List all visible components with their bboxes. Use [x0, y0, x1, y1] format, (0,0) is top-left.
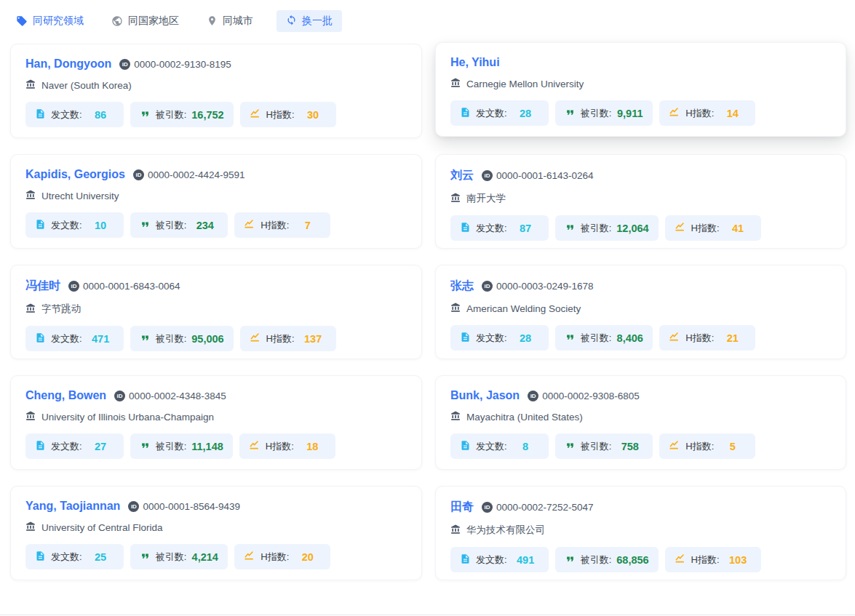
affiliation-name: Carnegie Mellon University: [466, 79, 584, 89]
hindex-value: 5: [719, 441, 746, 452]
affiliation-name: Mayachitra (United States): [466, 412, 583, 423]
affiliation-row: Naver (South Korea): [25, 79, 407, 92]
institution-icon: [450, 193, 461, 205]
researcher-card[interactable]: 冯佳时 iD 0000-0001-6843-0064 字节跳动 发文数: 471: [10, 265, 422, 359]
affiliation-name: Naver (South Korea): [41, 80, 132, 91]
researcher-card[interactable]: Yang, Taojiannan iD 0000-0001-8564-9439 …: [10, 486, 422, 580]
orcid-icon: iD: [482, 502, 493, 513]
hindex-label: H指数:: [691, 222, 720, 235]
hindex-chip: H指数: 14: [659, 100, 755, 126]
orcid-icon: iD: [133, 169, 144, 180]
citations-value: 95,006: [191, 333, 223, 345]
hindex-value: 18: [299, 441, 326, 452]
filter-same-country[interactable]: 同国家地区: [111, 15, 179, 28]
quote-icon: [565, 332, 576, 345]
document-icon: [35, 219, 46, 232]
card-header: 田奇 iD 0000-0002-7252-5047: [450, 500, 831, 515]
affiliation-name: Utrecht University: [41, 191, 119, 201]
researcher-card[interactable]: Cheng, Bowen iD 0000-0002-4348-3845 Univ…: [10, 375, 422, 470]
researcher-name-link[interactable]: Yang, Taojiannan: [25, 500, 120, 513]
researcher-name-link[interactable]: Han, Dongyoon: [25, 57, 111, 71]
similar-scholars-panel: 同研究领域 同国家地区 同城市 换一批 Han, Dongyoon iD: [0, 0, 855, 616]
document-icon: [35, 440, 46, 453]
orcid-icon: iD: [528, 391, 538, 401]
card-header: Yang, Taojiannan iD 0000-0001-8564-9439: [25, 500, 407, 513]
researcher-card[interactable]: Bunk, Jason iD 0000-0002-9308-6805 Mayac…: [435, 375, 846, 470]
researcher-card[interactable]: 刘云 iD 0000-0001-6143-0264 南开大学 发文数: 87: [435, 154, 846, 249]
affiliation-name: 字节跳动: [41, 303, 81, 316]
hindex-chip: H指数: 41: [665, 215, 761, 241]
researcher-name-link[interactable]: 冯佳时: [25, 279, 60, 294]
affiliation-row: 华为技术有限公司: [450, 524, 831, 537]
orcid-id: 0000-0002-9308-6805: [542, 391, 640, 401]
publications-label: 发文数:: [476, 222, 507, 235]
researcher-card[interactable]: Kapidis, Georgios iD 0000-0002-4424-9591…: [10, 154, 422, 249]
citations-value: 11,148: [191, 441, 223, 452]
publications-value: 25: [87, 551, 114, 563]
affiliation-name: University of Illinois Urbana-Champaign: [41, 412, 214, 423]
change-batch-button[interactable]: 换一批: [277, 10, 342, 32]
citations-label: 被引数:: [156, 219, 187, 232]
publications-chip: 发文数: 86: [25, 102, 124, 127]
institution-icon: [450, 524, 461, 537]
orcid: iD 0000-0002-4424-9591: [133, 169, 245, 180]
quote-icon: [565, 553, 576, 567]
metrics-row: 发文数: 25 被引数: 4,214 H指数: 20: [25, 544, 407, 569]
researcher-name-link[interactable]: Kapidis, Georgios: [25, 168, 125, 181]
citations-chip: 被引数: 4,214: [130, 544, 228, 569]
filter-same-city[interactable]: 同城市: [207, 15, 253, 28]
document-icon: [460, 332, 471, 345]
metrics-row: 发文数: 27 被引数: 11,148 H指数: 18: [25, 433, 407, 459]
publications-value: 27: [87, 441, 114, 452]
quote-icon: [140, 551, 151, 564]
researcher-card[interactable]: He, Yihui iD Carnegie Mellon University …: [435, 42, 846, 137]
researcher-name-link[interactable]: 田奇: [450, 500, 474, 515]
orcid-id: 0000-0003-0249-1678: [496, 281, 594, 292]
affiliation-row: Mayachitra (United States): [450, 411, 831, 423]
filter-bar: 同研究领域 同国家地区 同城市 换一批: [0, 0, 855, 32]
hindex-value: 21: [719, 332, 746, 344]
location-pin-icon: [207, 15, 218, 26]
affiliation-row: Utrecht University: [25, 190, 407, 202]
affiliation-row: American Welding Society: [450, 303, 831, 315]
hindex-chip: H指数: 18: [239, 433, 335, 459]
document-icon: [35, 551, 46, 564]
citations-label: 被引数:: [156, 332, 187, 345]
document-icon: [460, 222, 471, 235]
institution-icon: [25, 303, 36, 316]
document-icon: [35, 332, 46, 345]
hindex-chip: H指数: 5: [659, 433, 755, 459]
hindex-value: 103: [725, 554, 752, 566]
hindex-label: H指数:: [266, 108, 295, 121]
change-batch-label: 换一批: [302, 15, 333, 28]
orcid-id: 0000-0001-6843-0064: [83, 281, 180, 292]
researcher-name-link[interactable]: 张志: [450, 279, 474, 294]
card-header: Han, Dongyoon iD 0000-0002-9130-8195: [25, 57, 407, 71]
publications-chip: 发文数: 25: [25, 544, 124, 569]
hindex-label: H指数:: [266, 332, 295, 345]
citations-value: 9,911: [616, 108, 643, 119]
line-chart-icon: [250, 332, 261, 345]
researcher-name-link[interactable]: 刘云: [450, 168, 474, 183]
publications-chip: 发文数: 27: [25, 433, 124, 459]
researcher-name-link[interactable]: Cheng, Bowen: [25, 389, 106, 402]
citations-chip: 被引数: 9,911: [555, 100, 653, 126]
researcher-card[interactable]: 张志 iD 0000-0003-0249-1678 American Weldi…: [435, 265, 846, 359]
orcid-icon: iD: [114, 391, 125, 401]
citations-value: 234: [191, 220, 218, 231]
researcher-card[interactable]: Han, Dongyoon iD 0000-0002-9130-8195 Nav…: [10, 44, 422, 138]
orcid: iD 0000-0002-7252-5047: [482, 502, 594, 513]
publications-value: 87: [512, 223, 539, 234]
researcher-name-link[interactable]: He, Yihui: [450, 56, 500, 69]
hindex-chip: H指数: 30: [240, 102, 336, 127]
researcher-name-link[interactable]: Bunk, Jason: [450, 389, 520, 402]
filter-same-research-field[interactable]: 同研究领域: [16, 15, 84, 28]
publications-chip: 发文数: 491: [450, 547, 549, 572]
orcid: iD 0000-0001-6143-0264: [482, 170, 594, 181]
researcher-card[interactable]: 田奇 iD 0000-0002-7252-5047 华为技术有限公司 发文数: …: [435, 486, 846, 580]
citations-chip: 被引数: 8,406: [555, 325, 653, 351]
publications-value: 10: [87, 220, 114, 231]
refresh-icon: [286, 15, 297, 28]
publications-value: 8: [512, 441, 539, 452]
citations-value: 4,214: [191, 551, 218, 563]
